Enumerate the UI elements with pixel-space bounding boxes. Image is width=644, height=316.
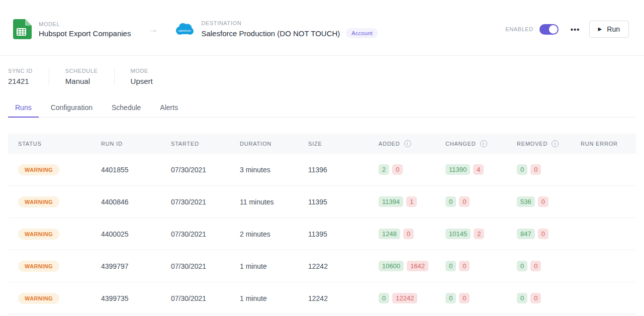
run-row[interactable]: WARNING440185507/30/20213 minutes1139620… [8,154,636,186]
run-button[interactable]: ▶ Run [589,21,629,38]
tab-bar: RunsConfigurationScheduleAlerts [8,100,636,118]
success-count-pill: 0 [517,261,527,271]
failed-count-pill: 0 [459,293,470,303]
more-menu-button[interactable]: ••• [568,25,583,34]
failed-count-pill: 1 [406,196,417,207]
account-badge: Account [346,28,378,38]
tab-alerts[interactable]: Alerts [153,100,185,117]
meta-value: 21421 [8,77,33,85]
sync-meta-strip: SYNC ID21421SCHEDULEManualMODEUpsert [0,56,644,94]
destination-name: Salesforce Production (DO NOT TOUCH) [201,29,340,38]
meta-label: MODE [131,68,153,74]
failed-count-pill: 1642 [407,261,428,271]
column-header-started: STARTED [161,141,230,147]
column-label: STATUS [18,141,42,147]
column-header-run-error: RUN ERROR [571,141,636,147]
failed-count-pill: 0 [530,293,541,303]
duration-cell: 11 minutes [230,198,298,206]
size-cell: 12242 [298,262,369,270]
added-cell: 106001642 [369,261,435,271]
run-row[interactable]: WARNING440084607/30/202111 minutes113951… [8,186,636,218]
success-count-pill: 0 [445,293,456,303]
failed-count-pill: 12242 [392,293,417,303]
status-cell: WARNING [8,196,91,207]
run-id-cell: 4399735 [91,294,161,302]
removed-cell: 00 [507,261,571,271]
sync-detail-page: MODEL Hubspot Export Companies → salesfo… [0,0,644,316]
success-count-pill: 2 [379,164,389,175]
success-count-pill: 11394 [379,196,403,207]
enabled-toggle[interactable] [539,24,559,35]
run-row[interactable]: WARNING440002507/30/20212 minutes1139512… [8,218,636,250]
meta-value: Upsert [131,77,153,85]
changed-cell: 00 [435,196,507,207]
started-cell: 07/30/2021 [161,166,230,174]
header-controls: ENABLED ••• ▶ Run [505,21,629,38]
model-name: Hubspot Export Companies [39,29,131,38]
added-cell: 12480 [369,229,435,239]
run-row[interactable]: WARNING439973507/30/20211 minute12242012… [8,282,636,314]
sync-header: MODEL Hubspot Export Companies → salesfo… [0,0,644,56]
started-cell: 07/30/2021 [161,294,230,302]
success-count-pill: 10145 [445,229,471,239]
added-cell: 20 [369,164,435,175]
failed-count-pill: 0 [403,229,414,239]
column-label: CHANGED [445,141,476,147]
model-label: MODEL [39,21,131,27]
destination-label: DESTINATION [201,20,378,26]
run-id-cell: 4400846 [91,198,161,206]
enabled-label: ENABLED [505,26,533,32]
duration-cell: 1 minute [230,262,298,270]
column-label: ADDED [379,141,400,147]
size-cell: 12242 [298,294,369,302]
status-badge: WARNING [18,196,59,207]
tab-schedule[interactable]: Schedule [105,100,148,117]
info-icon[interactable]: i [480,140,487,147]
run-id-cell: 4400025 [91,230,161,238]
column-label: SIZE [308,141,322,147]
column-header-changed: CHANGEDi [435,140,507,147]
column-header-size: SIZE [298,141,369,147]
google-sheets-icon [13,19,32,39]
failed-count-pill: 0 [530,164,541,175]
failed-count-pill: 0 [392,164,403,175]
destination[interactable]: salesforce DESTINATION Salesforce Produc… [175,20,378,38]
tab-configuration[interactable]: Configuration [44,100,100,117]
model-source[interactable]: MODEL Hubspot Export Companies [13,19,131,39]
success-count-pill: 0 [379,293,389,303]
failed-count-pill: 0 [459,261,470,271]
failed-count-pill: 0 [538,229,548,239]
success-count-pill: 536 [517,196,535,207]
column-label: RUN ERROR [581,141,618,147]
added-cell: 113941 [369,196,435,207]
size-cell: 11395 [298,230,369,238]
run-row[interactable]: WARNING439979707/30/20211 minute12242106… [8,250,636,282]
status-badge: WARNING [18,229,59,240]
success-count-pill: 0 [517,164,527,175]
play-icon: ▶ [598,27,602,32]
column-label: STARTED [171,141,199,147]
failed-count-pill: 0 [530,261,541,271]
success-count-pill: 1248 [379,229,400,239]
success-count-pill: 847 [517,229,535,239]
runs-table: STATUSRUN IDSTARTEDDURATIONSIZEADDEDiCHA… [8,134,636,314]
column-label: REMOVED [517,141,547,147]
tab-runs[interactable]: Runs [8,100,39,118]
success-count-pill: 0 [445,196,456,207]
changed-cell: 101452 [435,229,507,239]
runs-table-header: STATUSRUN IDSTARTEDDURATIONSIZEADDEDiCHA… [8,134,636,154]
info-icon[interactable]: i [404,140,411,147]
status-badge: WARNING [18,293,59,304]
status-badge: WARNING [18,261,59,272]
column-label: DURATION [240,141,271,147]
column-header-removed: REMOVEDi [507,140,571,147]
success-count-pill: 0 [445,261,456,271]
info-icon[interactable]: i [551,140,559,147]
run-button-label: Run [607,25,620,33]
changed-cell: 00 [435,293,507,303]
started-cell: 07/30/2021 [161,262,230,270]
status-cell: WARNING [8,229,91,240]
failed-count-pill: 0 [459,196,470,207]
meta-label: SCHEDULE [65,68,98,74]
run-id-cell: 4399797 [91,262,161,270]
